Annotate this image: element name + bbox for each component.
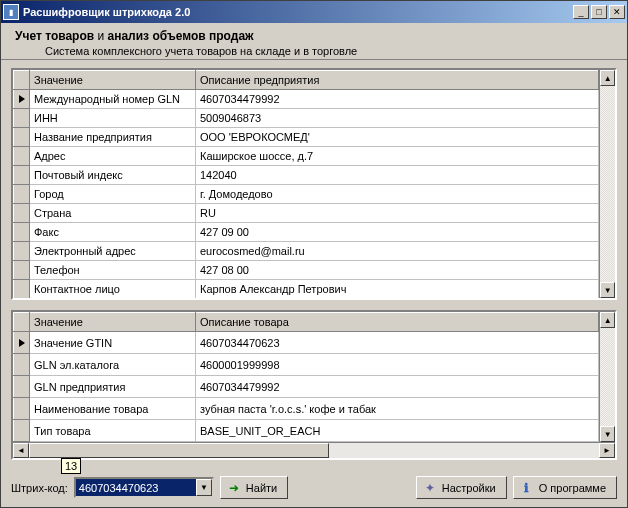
table-row[interactable]: Тип товараBASE_UNIT_OR_EACH (14, 420, 599, 442)
barcode-input[interactable]: 4607034470623 (76, 479, 196, 496)
scroll-down-icon[interactable]: ▼ (600, 282, 615, 298)
minimize-button[interactable]: _ (573, 5, 589, 19)
about-button[interactable]: ℹ О программе (513, 476, 617, 499)
dropdown-icon[interactable]: ▼ (196, 479, 212, 496)
cell-value[interactable]: 427 08 00 (196, 261, 599, 280)
cell-value[interactable]: Каширское шоссе, д.7 (196, 147, 599, 166)
row-selector[interactable] (14, 280, 30, 299)
table-row[interactable]: СтранаRU (14, 204, 599, 223)
row-selector[interactable] (14, 185, 30, 204)
cell-value[interactable]: 4607034470623 (196, 332, 599, 354)
scroll-left-icon[interactable]: ◄ (13, 443, 29, 458)
col-header-label[interactable]: Значение (30, 71, 196, 90)
cell-label[interactable]: Телефон (30, 261, 196, 280)
table-row[interactable]: GLN эл.каталога4600001999998 (14, 354, 599, 376)
row-selector[interactable] (14, 223, 30, 242)
table-row[interactable]: Название предприятияООО 'ЕВРОКОСМЕД' (14, 128, 599, 147)
scroll-track[interactable] (329, 443, 599, 458)
cell-label[interactable]: Название предприятия (30, 128, 196, 147)
cell-label[interactable]: Почтовый индекс (30, 166, 196, 185)
find-button[interactable]: ➜ Найти (220, 476, 288, 499)
horizontal-scrollbar[interactable]: ◄ ► (13, 442, 615, 458)
cell-label[interactable]: GLN предприятия (30, 376, 196, 398)
table-row[interactable]: Факс427 09 00 (14, 223, 599, 242)
row-selector[interactable] (14, 128, 30, 147)
row-selector[interactable] (14, 398, 30, 420)
row-selector[interactable] (14, 166, 30, 185)
vertical-scrollbar[interactable]: ▲ ▼ (599, 70, 615, 298)
cell-label[interactable]: Значение GTIN (30, 332, 196, 354)
row-selector[interactable] (14, 354, 30, 376)
titlebar[interactable]: ▮ Расшифровщик штрихкода 2.0 _ □ ✕ (1, 1, 627, 23)
enterprise-grid[interactable]: Значение Описание предприятия Международ… (13, 70, 599, 298)
cell-value[interactable]: 4607034479992 (196, 376, 599, 398)
current-row-icon (19, 95, 25, 103)
row-selector[interactable] (14, 90, 30, 109)
gear-icon: ✦ (423, 481, 437, 495)
row-selector[interactable] (14, 420, 30, 442)
close-button[interactable]: ✕ (609, 5, 625, 19)
page-title: Учет товаров и анализ объемов продаж (15, 29, 613, 43)
col-header-value[interactable]: Описание предприятия (196, 71, 599, 90)
cell-label[interactable]: Факс (30, 223, 196, 242)
row-selector[interactable] (14, 242, 30, 261)
table-row[interactable]: Значение GTIN4607034470623 (14, 332, 599, 354)
row-selector[interactable] (14, 109, 30, 128)
cell-label[interactable]: Международный номер GLN (30, 90, 196, 109)
cell-label[interactable]: Наименование товара (30, 398, 196, 420)
table-row[interactable]: GLN предприятия4607034479992 (14, 376, 599, 398)
cell-value[interactable]: Карпов Александр Петрович (196, 280, 599, 299)
cell-label[interactable]: ИНН (30, 109, 196, 128)
about-button-label: О программе (539, 482, 606, 494)
cell-value[interactable]: 4600001999998 (196, 354, 599, 376)
page-subtitle: Система комплексного учета товаров на ск… (15, 43, 613, 57)
cell-label[interactable]: Страна (30, 204, 196, 223)
cell-label[interactable]: Электронный адрес (30, 242, 196, 261)
vertical-scrollbar[interactable]: ▲ ▼ (599, 312, 615, 442)
table-row[interactable]: Почтовый индекс142040 (14, 166, 599, 185)
col-header-label[interactable]: Значение (30, 313, 196, 332)
table-row[interactable]: Городг. Домодедово (14, 185, 599, 204)
table-row[interactable]: ИНН5009046873 (14, 109, 599, 128)
scroll-up-icon[interactable]: ▲ (600, 70, 615, 86)
cell-value[interactable]: 5009046873 (196, 109, 599, 128)
table-row[interactable]: Телефон427 08 00 (14, 261, 599, 280)
row-selector[interactable] (14, 261, 30, 280)
scroll-up-icon[interactable]: ▲ (600, 312, 615, 328)
table-row[interactable]: АдресКаширское шоссе, д.7 (14, 147, 599, 166)
maximize-button[interactable]: □ (591, 5, 607, 19)
cell-value[interactable]: зубная паста 'r.o.c.s.' кофе и табак (196, 398, 599, 420)
scroll-thumb[interactable] (29, 443, 329, 458)
cell-value[interactable]: ООО 'ЕВРОКОСМЕД' (196, 128, 599, 147)
product-grid[interactable]: Значение Описание товара Значение GTIN46… (13, 312, 599, 442)
product-grid-panel: Значение Описание товара Значение GTIN46… (11, 310, 617, 460)
cell-value[interactable]: RU (196, 204, 599, 223)
row-selector[interactable] (14, 376, 30, 398)
cell-value[interactable]: 4607034479992 (196, 90, 599, 109)
cell-value[interactable]: BASE_UNIT_OR_EACH (196, 420, 599, 442)
cell-value[interactable]: г. Домодедово (196, 185, 599, 204)
col-header-value[interactable]: Описание товара (196, 313, 599, 332)
scroll-right-icon[interactable]: ► (599, 443, 615, 458)
barcode-combo[interactable]: 4607034470623 ▼ (74, 477, 214, 498)
row-selector[interactable] (14, 332, 30, 354)
table-row[interactable]: Международный номер GLN4607034479992 (14, 90, 599, 109)
scroll-down-icon[interactable]: ▼ (600, 426, 615, 442)
cell-value[interactable]: 142040 (196, 166, 599, 185)
settings-button[interactable]: ✦ Настройки (416, 476, 507, 499)
table-row[interactable]: Контактное лицоКарпов Александр Петрович (14, 280, 599, 299)
cell-label[interactable]: Контактное лицо (30, 280, 196, 299)
scroll-track[interactable] (600, 328, 615, 426)
cell-label[interactable]: Тип товара (30, 420, 196, 442)
table-row[interactable]: Электронный адресeurocosmed@mail.ru (14, 242, 599, 261)
row-selector[interactable] (14, 204, 30, 223)
cell-value[interactable]: eurocosmed@mail.ru (196, 242, 599, 261)
cell-label[interactable]: Адрес (30, 147, 196, 166)
row-selector[interactable] (14, 147, 30, 166)
table-row[interactable]: Наименование товаразубная паста 'r.o.c.s… (14, 398, 599, 420)
scroll-track[interactable] (600, 86, 615, 282)
cell-label[interactable]: Город (30, 185, 196, 204)
cell-label[interactable]: GLN эл.каталога (30, 354, 196, 376)
row-selector-header (14, 71, 30, 90)
cell-value[interactable]: 427 09 00 (196, 223, 599, 242)
